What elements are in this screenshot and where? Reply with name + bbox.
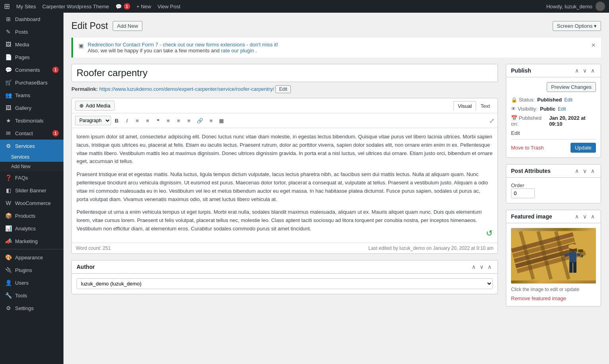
status-icon: 🔒 [511,97,517,103]
sidebar-item-media[interactable]: 🖼 Media [0,38,63,51]
permalink-url[interactable]: https://www.luzukdemo.com/demo/expert-ca… [99,86,274,92]
notice-icon: ▣ [79,42,84,49]
sidebar-item-posts[interactable]: ✎ Posts [0,25,63,38]
sidebar-item-faqs[interactable]: ❓ FAQs [0,171,63,184]
tab-text[interactable]: Text [476,101,494,111]
sidebar-item-services[interactable]: ⚙ Services [0,140,63,152]
visibility-edit-link[interactable]: Edit [558,106,566,112]
sidebar-item-testimonials[interactable]: ★ Testimonials [0,114,63,127]
publish-metabox-title: Publish [511,67,531,74]
wp-logo-icon[interactable]: ⊞ [4,2,10,11]
toolbar-ol-button[interactable]: ≡ [143,116,152,125]
featured-image-close-button[interactable]: ∧ [590,213,596,220]
sidebar-item-appearance[interactable]: 🎨 Appearance [0,251,63,264]
admin-bar: ⊞ My Sites Carpenter Wordpress Theme 💬 1… [0,0,609,13]
edit-main: Permalink: https://www.luzukdemo.com/dem… [71,64,498,301]
attributes-close-button[interactable]: ∧ [590,168,596,174]
publish-expand-button[interactable]: ∨ [582,67,588,74]
theme-name-link[interactable]: Carpenter Wordpress Theme [42,4,109,10]
sidebar-item-slider-banner[interactable]: ◧ Slider Banner [0,184,63,197]
preview-changes-button[interactable]: Preview Changes [547,82,596,92]
sidebar-item-teams[interactable]: 👥 Teams [0,89,63,102]
publish-collapse-button[interactable]: ∧ [574,67,580,74]
comment-icon: 💬 [115,4,122,10]
comments-menu-icon: 💬 [5,67,12,73]
author-expand-button[interactable]: ∨ [478,264,485,270]
sidebar-item-pages[interactable]: 📄 Pages [0,51,63,63]
author-select[interactable]: luzuk_demo (luzuk_demo) [77,278,493,289]
svg-point-10 [568,244,577,249]
update-button[interactable]: Update [571,143,596,153]
sidebar-item-woocommerce[interactable]: W WooCommerce [0,197,63,209]
toolbar-align-center-button[interactable]: ≡ [174,116,183,125]
sidebar-item-label: Users [15,280,29,286]
new-link[interactable]: + New [136,4,151,10]
appearance-icon: 🎨 [5,254,12,261]
featured-image-collapse-button[interactable]: ∧ [574,213,580,220]
sidebar-item-marketing[interactable]: 📣 Marketing [0,235,63,247]
publish-close-button[interactable]: ∧ [590,67,596,74]
published-edit-link[interactable]: Edit [511,130,520,136]
sidebar-item-settings[interactable]: ⚙ Settings [0,302,63,314]
users-icon: 👤 [5,280,12,286]
sidebar-item-label: Testimonials [15,118,44,124]
sidebar-item-gallery[interactable]: 🖼 Gallery [0,102,63,114]
permalink-edit-button[interactable]: Edit [275,85,291,93]
comments-link[interactable]: 💬 1 [115,3,130,10]
toolbar-table-button[interactable]: ▦ [217,116,226,125]
sidebar-item-tools[interactable]: 🔧 Tools [0,289,63,302]
svg-rect-17 [578,249,583,252]
toolbar-more-button[interactable]: ≡ [206,116,216,125]
preview-row: Preview Changes [511,82,596,92]
sidebar-item-purchasebars[interactable]: 🛒 PurchaseBars [0,76,63,89]
featured-image-thumbnail[interactable] [511,228,596,284]
sidebar-item-users[interactable]: 👤 Users [0,276,63,289]
content-paragraph-2: Praesent tristique erat et egestas matti… [77,171,493,203]
notice-dismiss-button[interactable]: × [591,42,596,49]
toolbar-link-button[interactable]: 🔗 [194,116,206,125]
comments-badge: 1 [124,3,130,10]
submenu-item-services[interactable]: Services [0,152,63,162]
move-to-trash-link[interactable]: Move to Trash [511,145,544,151]
featured-image-expand-button[interactable]: ∨ [582,213,588,220]
attributes-expand-button[interactable]: ∨ [582,168,588,174]
remove-featured-image-link[interactable]: Remove featured image [511,295,566,301]
toolbar-blockquote-button[interactable]: ❝ [153,116,163,125]
toolbar-italic-button[interactable]: I [122,116,132,125]
marketing-icon: 📣 [5,238,12,244]
sidebar-item-dashboard[interactable]: ⊞ Dashboard [0,13,63,25]
author-metabox-controls: ∧ ∨ ∧ [471,264,493,270]
toolbar-align-left-button[interactable]: ≡ [163,116,173,125]
tab-visual[interactable]: Visual [453,101,476,111]
gallery-icon: 🖼 [5,105,12,111]
toolbar-align-right-button[interactable]: ≡ [184,116,194,125]
submenu-item-add-new[interactable]: Add New [0,162,63,171]
editor-toolbar: Paragraph B I ≡ ≡ ❝ ≡ ≡ ≡ 🔗 ≡ ▦ ⤢ [72,113,498,128]
add-new-button[interactable]: Add New [113,21,142,31]
editor-content[interactable]: lorem ipsum dolor sit amet, consectetur … [72,128,498,243]
post-title-input[interactable] [71,64,498,82]
sidebar-item-contact[interactable]: ✉ Contact 1 [0,127,63,140]
author-collapse-button[interactable]: ∧ [471,264,477,270]
attributes-collapse-button[interactable]: ∧ [574,168,580,174]
add-media-button[interactable]: ⊕ Add Media [75,101,115,111]
order-input[interactable] [511,188,535,198]
sidebar-item-products[interactable]: 📦 Products [0,209,63,222]
toolbar-expand-button[interactable]: ⤢ [489,117,494,125]
toolbar-ul-button[interactable]: ≡ [133,116,142,125]
publish-actions: Move to Trash Update [511,139,596,153]
paragraph-select[interactable]: Paragraph [75,116,111,125]
notice-link[interactable]: Redirection for Contact Form 7 - check o… [88,42,278,48]
rate-plugin-link[interactable]: rate our plugin [221,48,254,54]
sidebar-item-plugins[interactable]: 🔌 Plugins [0,264,63,276]
screen-options-button[interactable]: Screen Options ▾ [553,21,601,31]
view-post-link[interactable]: View Post [158,4,181,10]
my-sites-link[interactable]: My Sites [16,4,36,10]
published-value: Jan 20, 2022 at 09:10 [549,115,596,127]
sidebar-item-comments[interactable]: 💬 Comments 1 [0,63,63,76]
refresh-icon[interactable]: ↺ [486,227,493,239]
author-close-button[interactable]: ∧ [486,264,493,270]
status-edit-link[interactable]: Edit [564,97,572,103]
sidebar-item-analytics[interactable]: 📊 Analytics [0,222,63,235]
toolbar-bold-button[interactable]: B [112,116,121,125]
